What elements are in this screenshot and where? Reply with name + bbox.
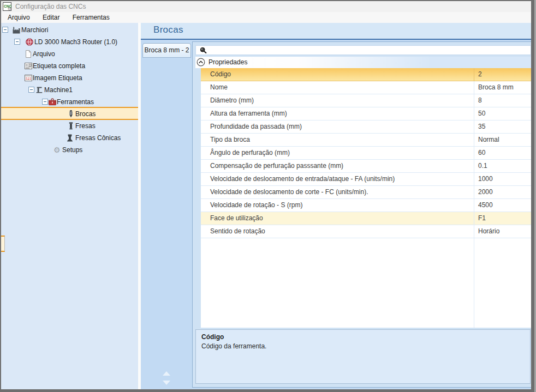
property-value[interactable]: 4500: [474, 199, 531, 212]
globe-icon: [25, 38, 34, 46]
endmill-icon: [67, 122, 75, 130]
property-row[interactable]: Diâmetro (mm) 8: [201, 94, 531, 107]
menu-item-arquivo[interactable]: Arquivo: [2, 12, 35, 23]
property-row[interactable]: Velocidade de deslocamento de corte - FC…: [201, 186, 531, 199]
description-panel: Código Código da ferramenta.: [195, 329, 531, 384]
detail-panel: Propriedades Código 2 Nome Broca 8 mm Di…: [192, 41, 531, 388]
property-row[interactable]: Código 2: [201, 68, 531, 81]
collapse-toggle-icon[interactable]: [2, 27, 8, 33]
tree-item-ferramentas[interactable]: Ferramentas: [1, 96, 138, 108]
tree-item-arquivo[interactable]: Arquivo: [1, 48, 138, 60]
tree-item-label: Imagem Etiqueta: [33, 72, 82, 84]
property-value[interactable]: Normal: [474, 134, 531, 146]
property-row[interactable]: Velocidade de deslocamento de entrada/at…: [201, 173, 531, 186]
tree-item-imagem-etiqueta[interactable]: Imagem Etiqueta: [1, 72, 138, 84]
properties-section-header[interactable]: Propriedades: [195, 57, 531, 68]
document-icon: [24, 50, 33, 58]
property-label: Compensação de perfuração passsante (mm): [201, 160, 474, 172]
tree-panel: Marchiori LD 3000 Mach3 Router (1.0) Arq…: [1, 23, 138, 389]
tree-item-fresas[interactable]: Fresas: [1, 120, 138, 132]
tree-item-label: LD 3000 Mach3 Router (1.0): [34, 36, 117, 48]
section-title: Propriedades: [209, 57, 247, 68]
property-value[interactable]: 50: [474, 107, 531, 120]
tree-item-etiqueta-completa[interactable]: Etiqueta completa: [1, 60, 138, 72]
app-window: CNC ⚙ Configuração das CNCs Arquivo Edit…: [1, 1, 531, 389]
machine-icon: [35, 86, 44, 94]
tree-item-marchiori[interactable]: Marchiori: [1, 24, 138, 36]
property-row[interactable]: Sentido de rotação Horário: [201, 225, 531, 238]
property-label: Face de utilização: [201, 212, 474, 225]
property-row[interactable]: Profundidade da passada (mm) 35: [201, 120, 531, 134]
property-label: Ângulo de perfuração (mm): [201, 147, 474, 159]
tree-item-label: Fresas Cônicas: [75, 132, 121, 144]
tree-item-label: Marchiori: [21, 24, 48, 36]
property-label: Tipo da broca: [201, 134, 474, 146]
property-value[interactable]: 2000: [474, 186, 531, 198]
property-label: Velocidade de rotação - S (rpm): [201, 199, 474, 212]
image-label-icon: [24, 74, 33, 82]
collapse-toggle-icon[interactable]: [42, 99, 48, 105]
collapse-toggle-icon[interactable]: [28, 87, 34, 93]
property-row[interactable]: Face de utilização F1: [201, 212, 531, 225]
search-input[interactable]: [195, 45, 531, 55]
property-value[interactable]: 1000: [474, 173, 531, 185]
tree-item-label: Etiqueta completa: [33, 60, 85, 72]
tree-item-machine1[interactable]: Machine1: [1, 84, 138, 96]
collapse-section-icon[interactable]: [196, 58, 205, 67]
collapse-toggle-icon[interactable]: [14, 39, 20, 45]
property-label: Nome: [201, 81, 474, 94]
property-row[interactable]: Velocidade de rotação - S (rpm) 4500: [201, 199, 531, 212]
property-value[interactable]: 0.1: [474, 160, 531, 172]
tree-item-label: Brocas: [75, 108, 96, 120]
property-value[interactable]: 2: [474, 68, 531, 81]
tree-item-label: Arquivo: [33, 48, 55, 60]
collapsed-side-tab[interactable]: [1, 236, 5, 252]
tab-scroll-down-icon[interactable]: [163, 381, 170, 385]
content-header: Brocas: [141, 23, 531, 39]
tree-item-fresas-conicas[interactable]: Fresas Cônicas: [1, 132, 138, 144]
tree-item-label: Ferramentas: [57, 96, 94, 108]
tree-item-label: Setups: [62, 144, 82, 156]
tree-item-label: Machine1: [44, 84, 73, 96]
description-title: Código: [201, 333, 224, 341]
property-value[interactable]: 8: [474, 94, 531, 107]
tab-broca-8mm-2[interactable]: Broca 8 mm - 2: [142, 43, 191, 58]
app-icon: CNC ⚙: [3, 2, 11, 11]
property-row[interactable]: Compensação de perfuração passsante (mm)…: [201, 160, 531, 173]
property-label: Sentido de rotação: [201, 225, 474, 238]
property-label: Velocidade de deslocamento de corte - FC…: [201, 186, 474, 198]
property-label: Velocidade de deslocamento de entrada/at…: [201, 173, 474, 185]
tree-item-ld3000[interactable]: LD 3000 Mach3 Router (1.0): [1, 36, 138, 48]
property-value[interactable]: F1: [474, 212, 531, 225]
tree-item-setups[interactable]: ⚙ Setups: [1, 144, 138, 156]
toolbox-icon: [48, 98, 57, 106]
menu-item-ferramentas[interactable]: Ferramentas: [67, 12, 115, 23]
property-row[interactable]: Altura da ferramenta (mm) 50: [201, 107, 531, 120]
label-icon: [24, 62, 33, 70]
tab-scroll-up-icon[interactable]: [163, 371, 170, 376]
property-row[interactable]: Tipo da broca Normal: [201, 134, 531, 147]
titlebar[interactable]: CNC ⚙ Configuração das CNCs: [1, 1, 531, 12]
property-label: Diâmetro (mm): [201, 94, 474, 107]
drill-icon: [67, 110, 75, 118]
property-value[interactable]: Broca 8 mm: [474, 81, 531, 94]
tree-item-label: Fresas: [75, 120, 96, 132]
page-title: Brocas: [153, 25, 183, 35]
window-title: Configuração das CNCs: [15, 1, 86, 13]
property-value[interactable]: 35: [474, 120, 531, 133]
menu-item-editar[interactable]: Editar: [37, 12, 65, 23]
property-label: Código: [201, 68, 474, 81]
window-frame: CNC ⚙ Configuração das CNCs Arquivo Edit…: [0, 0, 536, 392]
tree-item-brocas[interactable]: Brocas: [1, 108, 138, 120]
property-value[interactable]: Horário: [474, 225, 531, 238]
property-value[interactable]: 60: [474, 147, 531, 159]
property-label: Altura da ferramenta (mm): [201, 107, 474, 120]
menubar: Arquivo Editar Ferramentas: [1, 12, 531, 23]
factory-icon: [12, 26, 21, 34]
conical-mill-icon: [65, 134, 74, 142]
property-row[interactable]: Ângulo de perfuração (mm) 60: [201, 147, 531, 160]
property-row[interactable]: Nome Broca 8 mm: [201, 81, 531, 94]
property-grid: Código 2 Nome Broca 8 mm Diâmetro (mm) 8…: [201, 68, 531, 328]
column-divider: [474, 238, 474, 328]
description-text: Código da ferramenta.: [201, 342, 266, 350]
